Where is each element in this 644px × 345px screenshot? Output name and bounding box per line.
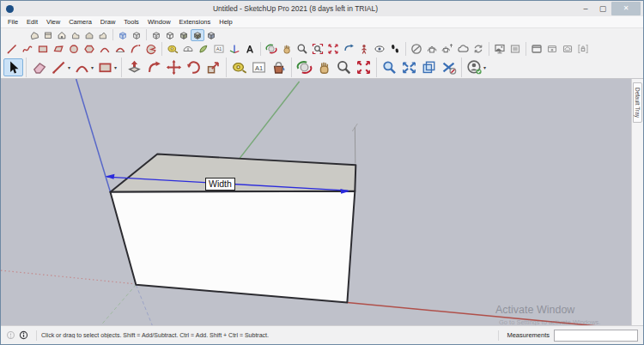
trimble-connect-icon[interactable] bbox=[455, 42, 471, 56]
toolbar-separator bbox=[226, 58, 227, 77]
share-model-icon[interactable] bbox=[440, 42, 455, 56]
move-tool-icon[interactable] bbox=[164, 58, 184, 76]
top-view-icon[interactable] bbox=[41, 29, 55, 41]
menu-tools[interactable]: Tools bbox=[119, 16, 143, 27]
presentation-icon[interactable] bbox=[492, 42, 507, 56]
lock-icon[interactable] bbox=[575, 42, 591, 56]
monochrome-style-icon[interactable] bbox=[204, 29, 218, 41]
position-camera-icon[interactable] bbox=[356, 42, 372, 56]
axes-icon[interactable] bbox=[227, 42, 242, 56]
dropdown-caret-icon[interactable]: ▾ bbox=[114, 64, 117, 70]
window-cloud-icon[interactable] bbox=[560, 42, 575, 56]
zoom-previous-icon[interactable] bbox=[341, 42, 356, 56]
rotate-tool-icon[interactable] bbox=[184, 58, 204, 76]
tray-strip: Default Tray bbox=[631, 79, 643, 325]
toolbar-separator bbox=[161, 42, 162, 56]
menu-view[interactable]: View bbox=[42, 16, 64, 27]
offset-icon[interactable] bbox=[196, 42, 211, 56]
menu-camera[interactable]: Camera bbox=[64, 16, 96, 27]
left-view-icon[interactable] bbox=[96, 29, 110, 41]
zoom-icon[interactable] bbox=[295, 42, 310, 56]
toolbar-separator bbox=[112, 29, 113, 40]
wireframe-style-icon[interactable] bbox=[149, 29, 163, 41]
follow-me-tool-icon[interactable] bbox=[144, 58, 164, 76]
default-tray-tab[interactable]: Default Tray bbox=[633, 82, 642, 123]
sketchup-community-icon[interactable] bbox=[409, 42, 424, 56]
back-edges-style-icon[interactable] bbox=[130, 29, 143, 41]
polygon-icon[interactable] bbox=[82, 42, 97, 56]
pie-icon[interactable] bbox=[143, 42, 159, 56]
dropdown-caret-icon[interactable]: ▾ bbox=[68, 64, 70, 70]
pan-icon[interactable] bbox=[279, 42, 295, 56]
orbit-tool-icon[interactable] bbox=[295, 58, 314, 76]
menu-extensions[interactable]: Extensions bbox=[175, 16, 216, 27]
toolbar-separator bbox=[26, 58, 27, 77]
line-tool-icon[interactable]: ▾ bbox=[49, 58, 72, 76]
zoom-extents-icon[interactable] bbox=[325, 42, 341, 56]
measurements-input[interactable] bbox=[554, 330, 638, 342]
back-view-icon[interactable] bbox=[82, 29, 96, 41]
push-pull-tool-icon[interactable] bbox=[125, 58, 144, 76]
two-point-arc-icon[interactable] bbox=[97, 42, 112, 56]
three-point-arc-icon[interactable] bbox=[128, 42, 143, 56]
arc-tool-icon[interactable]: ▾ bbox=[72, 58, 95, 76]
protractor-icon[interactable] bbox=[180, 42, 196, 56]
menu-draw[interactable]: Draw bbox=[96, 16, 120, 27]
photo-textures-icon[interactable] bbox=[419, 58, 439, 76]
menu-help[interactable]: Help bbox=[215, 16, 236, 27]
orbit-icon[interactable] bbox=[264, 42, 279, 56]
sign-in-icon[interactable]: ▾ bbox=[465, 58, 488, 76]
select-tool-icon[interactable] bbox=[3, 58, 23, 76]
freehand-icon[interactable] bbox=[20, 42, 35, 56]
clear-location-icon[interactable] bbox=[439, 58, 459, 76]
rotated-rectangle-icon[interactable] bbox=[51, 42, 66, 56]
image-window-icon[interactable] bbox=[507, 42, 523, 56]
menu-file[interactable]: File bbox=[3, 16, 22, 27]
tape-measure-tool-icon[interactable] bbox=[229, 58, 249, 76]
menu-window[interactable]: Window bbox=[143, 16, 175, 27]
minimize-button[interactable]: – bbox=[577, 2, 594, 15]
reload-model-icon[interactable] bbox=[471, 42, 486, 56]
scale-tool-icon[interactable] bbox=[204, 58, 223, 76]
eraser-tool-icon[interactable] bbox=[29, 58, 49, 76]
geolocation-icon[interactable] bbox=[6, 330, 15, 340]
dimension-icon[interactable]: A1 bbox=[211, 42, 227, 56]
zoom-window-icon[interactable] bbox=[310, 42, 325, 56]
3d-warehouse-icon[interactable] bbox=[424, 42, 440, 56]
toggle-terrain-icon[interactable] bbox=[399, 58, 419, 76]
hidden-line-style-icon[interactable] bbox=[163, 29, 177, 41]
window-overview-icon[interactable] bbox=[544, 42, 560, 56]
add-location-icon[interactable] bbox=[380, 58, 399, 76]
3d-viewport[interactable]: Width Activate Window Go to Settings to … bbox=[1, 79, 631, 325]
box-front-face[interactable] bbox=[110, 191, 355, 303]
arc-icon[interactable] bbox=[112, 42, 128, 56]
tape-measure-icon[interactable] bbox=[165, 42, 180, 56]
front-view-icon[interactable] bbox=[55, 29, 69, 41]
close-button[interactable]: ✕ bbox=[611, 2, 641, 15]
shaded-with-textures-style-icon[interactable] bbox=[191, 29, 204, 41]
menu-edit[interactable]: Edit bbox=[22, 16, 42, 27]
toolbar-separator bbox=[146, 29, 147, 40]
dropdown-caret-icon[interactable]: ▾ bbox=[483, 64, 486, 70]
pan-tool-icon[interactable] bbox=[314, 58, 334, 76]
rectangle-icon[interactable] bbox=[35, 42, 51, 56]
iso-view-icon[interactable] bbox=[27, 29, 41, 41]
zoom-extents-tool-icon[interactable] bbox=[354, 58, 374, 76]
line-icon[interactable] bbox=[4, 42, 20, 56]
dimension-tool-icon[interactable]: A1 bbox=[249, 58, 269, 76]
circle-icon[interactable] bbox=[66, 42, 82, 56]
dropdown-caret-icon[interactable]: ▾ bbox=[91, 64, 94, 70]
3d-text-icon[interactable] bbox=[242, 42, 258, 56]
maximize-button[interactable]: ▢ bbox=[594, 2, 611, 15]
xray-style-icon[interactable] bbox=[116, 29, 130, 41]
look-around-icon[interactable] bbox=[372, 42, 387, 56]
status-bar: Click or drag to select objects. Shift =… bbox=[1, 325, 643, 344]
right-view-icon[interactable] bbox=[69, 29, 82, 41]
walk-icon[interactable] bbox=[387, 42, 403, 56]
zoom-tool-icon[interactable] bbox=[334, 58, 354, 76]
shaded-style-icon[interactable] bbox=[177, 29, 191, 41]
paint-bucket-tool-icon[interactable] bbox=[269, 58, 289, 76]
new-window-icon[interactable] bbox=[529, 42, 544, 56]
info-icon[interactable] bbox=[19, 330, 28, 340]
rectangle-tool-icon[interactable]: ▾ bbox=[95, 58, 118, 76]
